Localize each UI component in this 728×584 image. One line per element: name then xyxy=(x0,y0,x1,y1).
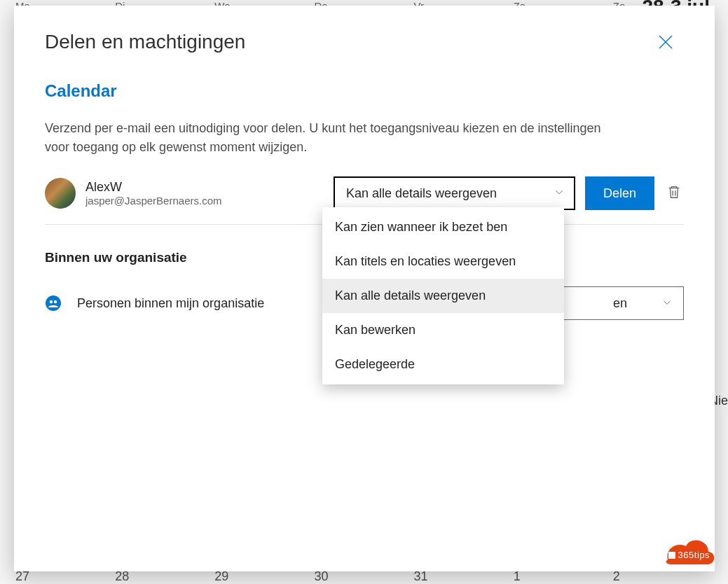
tips365-badge[interactable]: 365tips xyxy=(658,531,717,573)
chevron-down-icon xyxy=(554,186,564,201)
org-select-visible-text: en xyxy=(613,296,627,311)
permission-dropdown: Kan zien wanneer ik bezet ben Kan titels… xyxy=(322,207,564,384)
user-name: AlexW xyxy=(85,180,324,195)
calendar-name[interactable]: Calendar xyxy=(45,81,684,101)
delete-button[interactable] xyxy=(664,183,684,203)
dialog-title: Delen en machtigingen xyxy=(45,31,684,53)
user-info: AlexW jasper@JasperBernaers.com xyxy=(85,180,324,207)
office-icon xyxy=(668,552,675,559)
dropdown-option[interactable]: Kan titels en locaties weergeven xyxy=(322,244,564,279)
dropdown-option-selected[interactable]: Kan alle details weergeven xyxy=(322,279,564,313)
share-button[interactable]: Delen xyxy=(585,176,654,210)
dropdown-option[interactable]: Kan bewerken xyxy=(322,313,564,347)
dialog-description: Verzend per e-mail een uitnodiging voor … xyxy=(45,119,619,157)
dropdown-option[interactable]: Kan zien wanneer ik bezet ben xyxy=(322,210,564,244)
svg-point-4 xyxy=(46,296,61,311)
avatar xyxy=(45,178,76,209)
svg-point-5 xyxy=(50,300,53,303)
close-button[interactable] xyxy=(656,34,675,53)
chevron-down-icon xyxy=(662,296,672,311)
close-icon xyxy=(657,34,674,53)
sharing-permissions-dialog: Delen en machtigingen Calendar Verzend p… xyxy=(14,6,715,571)
dropdown-option[interactable]: Gedelegeerde xyxy=(322,347,564,382)
svg-point-6 xyxy=(54,300,57,303)
permission-select[interactable]: Kan alle details weergeven xyxy=(334,176,575,210)
user-email: jasper@JasperBernaers.com xyxy=(85,195,324,207)
tips365-badge-label: 365tips xyxy=(668,550,710,560)
permission-select-value: Kan alle details weergeven xyxy=(346,186,497,201)
trash-icon xyxy=(666,184,682,202)
organization-icon xyxy=(45,295,62,312)
share-button-label: Delen xyxy=(603,186,636,201)
